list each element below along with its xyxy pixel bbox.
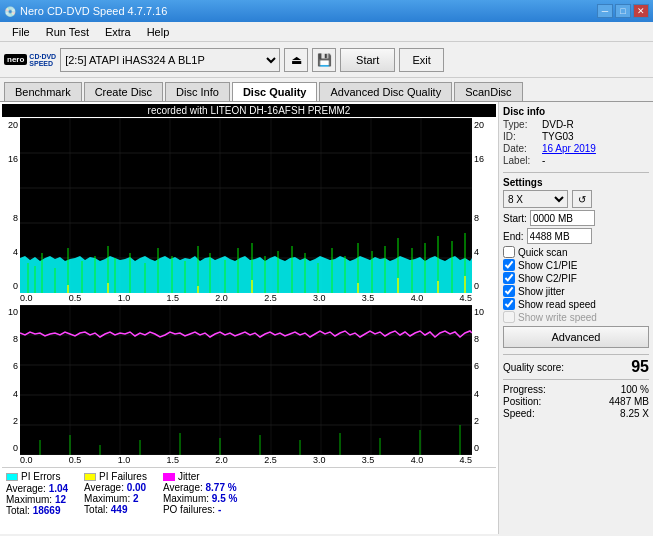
legend-pie-total-val: 18669 (33, 505, 61, 516)
tab-scandisc[interactable]: ScanDisc (454, 82, 522, 101)
start-mb-input[interactable] (530, 210, 595, 226)
settings-section: Settings 8 X ↺ Start: End: Quick scan (503, 177, 649, 348)
speed-select[interactable]: 8 X (503, 190, 568, 208)
show-write-speed-row: Show write speed (503, 311, 649, 323)
divider1 (503, 172, 649, 173)
disc-label-row: Label: - (503, 155, 649, 166)
quality-row: Quality score: 95 (503, 358, 649, 376)
titlebar-title: Nero CD-DVD Speed 4.7.7.16 (20, 5, 167, 17)
end-mb-row: End: (503, 228, 649, 244)
nero-logo: nero CD·DVDSPEED (4, 53, 56, 67)
speed-row: 8 X ↺ (503, 190, 649, 208)
titlebar-left: 💿 Nero CD-DVD Speed 4.7.7.16 (4, 5, 167, 17)
drive-select[interactable]: [2:5] ATAPI iHAS324 A BL1P (60, 48, 280, 72)
y-top-right-0: 0 (474, 281, 479, 291)
eject-icon[interactable]: ⏏ (284, 48, 308, 72)
legend: PI Errors Average: 1.04 Maximum: 12 Tota… (2, 467, 496, 519)
x-top-2: 2.0 (215, 293, 228, 303)
legend-pi-failures: PI Failures Average: 0.00 Maximum: 2 Tot… (84, 471, 147, 516)
y-top-right-8: 8 (474, 213, 479, 223)
x-top-05: 0.5 (69, 293, 82, 303)
x-top-1: 1.0 (118, 293, 131, 303)
y-top-right-20: 20 (474, 120, 484, 130)
y-bot-10: 10 (8, 307, 18, 317)
legend-pif-title: PI Failures (99, 471, 147, 482)
advanced-button[interactable]: Advanced (503, 326, 649, 348)
quick-scan-row: Quick scan (503, 246, 649, 258)
disc-date-row: Date: 16 Apr 2019 (503, 143, 649, 154)
tab-create-disc[interactable]: Create Disc (84, 82, 163, 101)
show-read-speed-row: Show read speed (503, 298, 649, 310)
x-bot-0: 0.0 (20, 455, 33, 465)
legend-po-val: - (218, 504, 221, 515)
legend-pif-total: Total: 449 (84, 504, 147, 515)
menu-help[interactable]: Help (139, 24, 178, 40)
app-icon: 💿 (4, 6, 16, 17)
legend-pie-total: Total: 18669 (6, 505, 68, 516)
legend-pif-total-val: 449 (111, 504, 128, 515)
y-top-20: 20 (8, 120, 18, 130)
close-button[interactable]: ✕ (633, 4, 649, 18)
disc-date-value[interactable]: 16 Apr 2019 (542, 143, 596, 154)
legend-jitter-avg: Average: 8.77 % (163, 482, 237, 493)
x-bot-2: 2.0 (215, 455, 228, 465)
disc-id-row: ID: TYG03 (503, 131, 649, 142)
legend-pie-avg: Average: 1.04 (6, 483, 68, 494)
start-mb-row: Start: (503, 210, 649, 226)
exit-button[interactable]: Exit (399, 48, 444, 72)
progress-section: Progress: 100 % Position: 4487 MB Speed:… (503, 384, 649, 419)
tab-advanced-disc-quality[interactable]: Advanced Disc Quality (319, 82, 452, 101)
x-bot-4: 4.0 (411, 455, 424, 465)
save-icon[interactable]: 💾 (312, 48, 336, 72)
legend-jitter-max-val: 9.5 % (212, 493, 238, 504)
titlebar-controls: ─ □ ✕ (597, 4, 649, 18)
legend-pif-box (84, 473, 96, 481)
disc-info-title: Disc info (503, 106, 649, 117)
y-top-right-4: 4 (474, 247, 479, 257)
show-read-speed-checkbox[interactable] (503, 298, 515, 310)
show-jitter-checkbox[interactable] (503, 285, 515, 297)
svg-marker-15 (20, 256, 472, 293)
chart-title: recorded with LITEON DH-16AFSH PREMM2 (2, 104, 496, 117)
titlebar: 💿 Nero CD-DVD Speed 4.7.7.16 ─ □ ✕ (0, 0, 653, 22)
legend-pif-avg-val: 0.00 (127, 482, 146, 493)
legend-pif-avg: Average: 0.00 (84, 482, 147, 493)
show-c2pif-row: Show C2/PIF (503, 272, 649, 284)
disc-type-row: Type: DVD-R (503, 119, 649, 130)
end-mb-input[interactable] (527, 228, 592, 244)
disc-type-value: DVD-R (542, 119, 574, 130)
top-chart: 0.0 0.5 1.0 1.5 2.0 2.5 3.0 3.5 4.0 4.5 (20, 118, 472, 303)
progress-value: 100 % (621, 384, 649, 395)
legend-po-failures: PO failures: - (163, 504, 237, 515)
minimize-button[interactable]: ─ (597, 4, 613, 18)
tab-benchmark[interactable]: Benchmark (4, 82, 82, 101)
start-button[interactable]: Start (340, 48, 395, 72)
show-write-speed-checkbox (503, 311, 515, 323)
position-value: 4487 MB (609, 396, 649, 407)
disc-info-section: Disc info Type: DVD-R ID: TYG03 Date: 16… (503, 106, 649, 166)
show-c1pie-row: Show C1/PIE (503, 259, 649, 271)
speed-value: 8.25 X (620, 408, 649, 419)
menu-file[interactable]: File (4, 24, 38, 40)
show-c2pif-checkbox[interactable] (503, 272, 515, 284)
maximize-button[interactable]: □ (615, 4, 631, 18)
tab-disc-info[interactable]: Disc Info (165, 82, 230, 101)
refresh-button[interactable]: ↺ (572, 190, 592, 208)
tab-disc-quality[interactable]: Disc Quality (232, 82, 318, 101)
menubar: File Run Test Extra Help (0, 22, 653, 42)
show-c1pie-checkbox[interactable] (503, 259, 515, 271)
chart-area: recorded with LITEON DH-16AFSH PREMM2 20… (0, 102, 498, 534)
quick-scan-checkbox[interactable] (503, 246, 515, 258)
position-label: Position: (503, 396, 541, 407)
position-row: Position: 4487 MB (503, 396, 649, 407)
disc-date-label: Date: (503, 143, 538, 154)
menu-run-test[interactable]: Run Test (38, 24, 97, 40)
legend-pie-avg-val: 1.04 (49, 483, 68, 494)
menu-extra[interactable]: Extra (97, 24, 139, 40)
x-bot-15: 1.5 (166, 455, 179, 465)
speed-label: Speed: (503, 408, 535, 419)
main-content: recorded with LITEON DH-16AFSH PREMM2 20… (0, 102, 653, 534)
y-top-0: 0 (13, 281, 18, 291)
x-bot-35: 3.5 (362, 455, 375, 465)
bottom-chart: 0.0 0.5 1.0 1.5 2.0 2.5 3.0 3.5 4.0 4.5 (20, 305, 472, 465)
